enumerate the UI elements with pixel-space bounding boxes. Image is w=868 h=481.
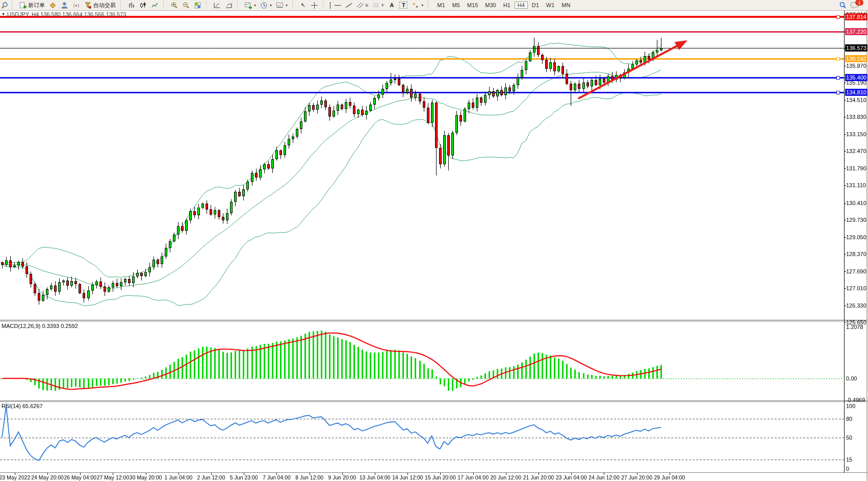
vertical-line-button[interactable]: [328, 1, 332, 10]
trendline-icon: [346, 3, 352, 8]
fibonacci-button[interactable]: F: [371, 1, 386, 10]
cursor-button[interactable]: ↖: [298, 1, 308, 10]
dropdown-caret: ▾: [270, 3, 272, 8]
arrange-right-button[interactable]: [223, 1, 234, 10]
chart-search-icon[interactable]: [1, 2, 9, 9]
toolbar-right-group: 1: [839, 2, 867, 9]
toolbar-separator: [163, 1, 166, 9]
toolbar-separator: [428, 1, 430, 9]
chat-icon[interactable]: 1: [851, 2, 860, 9]
vertical-line-icon: [330, 2, 330, 9]
bar-chart-icon: [127, 2, 135, 9]
tile-windows-button[interactable]: [192, 1, 203, 10]
auto-trading-label: 自动交易: [93, 2, 116, 9]
crosshair-button[interactable]: [309, 1, 320, 10]
arrange-left-button[interactable]: [212, 1, 222, 10]
timeframe-d1-button[interactable]: D1: [529, 2, 542, 9]
fibonacci-letter: F: [381, 3, 384, 8]
text-label-button[interactable]: T: [398, 1, 409, 10]
notification-badge: 1: [855, 0, 863, 6]
equidistant-channel-icon: [356, 2, 364, 9]
new-order-button[interactable]: 新订单: [17, 1, 46, 10]
auto-trading-button[interactable]: 自动交易: [83, 1, 117, 10]
timeframe-m1-button[interactable]: M1: [434, 2, 448, 9]
zoom-out-button[interactable]: [181, 1, 191, 10]
dropdown-caret: ▾: [254, 3, 256, 8]
add-indicator-icon: [244, 2, 252, 9]
search-icon[interactable]: [839, 2, 847, 9]
text-icon: A: [388, 2, 395, 8]
line-chart-icon: [151, 2, 159, 9]
equidistant-channel-button[interactable]: E: [355, 1, 370, 10]
toolbar-separator: [120, 1, 123, 9]
line-chart-button[interactable]: [149, 1, 160, 10]
channel-letter: E: [366, 3, 368, 8]
timeframe-group: M1M5M15M30H1H4D1W1MN: [433, 2, 574, 8]
dropdown-caret: ▾: [421, 3, 423, 8]
period-clock-icon: [260, 2, 268, 9]
toolbar-separator: [323, 1, 325, 9]
text-label-icon: T: [399, 2, 407, 9]
horizontal-line-button[interactable]: [333, 1, 343, 10]
timeframe-m30-button[interactable]: M30: [482, 2, 499, 9]
new-order-icon: [19, 2, 27, 9]
timeframe-h1-button[interactable]: H1: [500, 2, 514, 9]
text-button[interactable]: A: [387, 1, 397, 10]
auto-trading-icon: [84, 2, 92, 9]
timeframe-m5-button[interactable]: M5: [449, 2, 463, 9]
signal-icon: [72, 2, 80, 9]
signal-button[interactable]: [71, 1, 82, 10]
toolbar-separator: [237, 1, 240, 9]
toolbar-separator: [12, 1, 14, 9]
chart-window: ▼ USDJPY, H4 136.580 136.664 136.566 136…: [0, 11, 868, 481]
main-toolbar: 新订单 自动交易: [0, 0, 868, 11]
arrange-right-icon: [225, 2, 233, 9]
bar-chart-button[interactable]: [126, 1, 137, 10]
arrow-objects-icon: [412, 2, 419, 9]
fibonacci-icon: [372, 2, 380, 9]
template-icon: [276, 2, 284, 9]
crosshair-icon: [311, 2, 318, 9]
toolbar-separator: [292, 1, 295, 9]
horizontal-line-icon: [335, 5, 341, 6]
timeframe-w1-button[interactable]: W1: [543, 2, 558, 9]
template-button[interactable]: ▾: [274, 1, 289, 10]
candlestick-chart-icon: [139, 2, 147, 9]
arrange-left-icon: [213, 2, 221, 9]
zoom-in-icon: [170, 2, 178, 9]
profile-button[interactable]: [59, 1, 70, 10]
dropdown-caret: ▾: [286, 3, 288, 8]
arrow-objects-button[interactable]: ▾: [410, 1, 425, 10]
toolbar-separator: [206, 1, 209, 9]
timeframe-mn-button[interactable]: MN: [558, 2, 573, 9]
zoom-out-icon: [182, 2, 190, 9]
profile-icon: [61, 2, 68, 9]
cursor-icon: ↖: [299, 2, 307, 9]
candlestick-chart-button[interactable]: [138, 1, 148, 10]
new-order-label: 新订单: [28, 2, 45, 9]
metaeditor-button[interactable]: [47, 1, 58, 10]
metaeditor-icon: [49, 2, 57, 9]
timeframe-h4-button[interactable]: H4: [515, 2, 528, 9]
tile-windows-icon: [194, 2, 201, 9]
price-chart-canvas[interactable]: [0, 11, 868, 481]
timeframe-m15-button[interactable]: M15: [464, 2, 481, 9]
trendline-button[interactable]: [344, 1, 354, 10]
zoom-in-button[interactable]: [169, 1, 180, 10]
period-clock-button[interactable]: ▾: [259, 1, 273, 10]
add-indicator-button[interactable]: ▾: [243, 1, 258, 10]
